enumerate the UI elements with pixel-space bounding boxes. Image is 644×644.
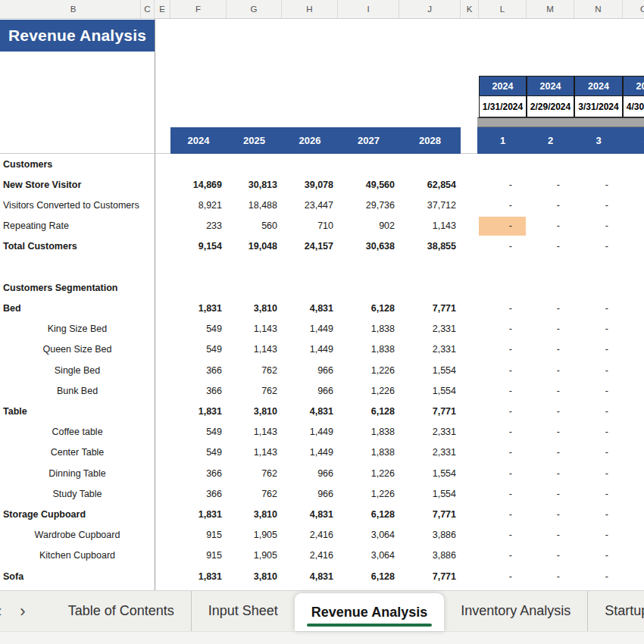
cell-value[interactable]: 4,831 bbox=[282, 401, 338, 421]
row-label[interactable]: New Store Visitor bbox=[3, 174, 81, 195]
row-label[interactable]: Storage Cupboard bbox=[3, 504, 86, 524]
cell-value[interactable]: 762 bbox=[227, 463, 282, 483]
cell-value[interactable]: 966 bbox=[282, 483, 338, 504]
monthly-cell[interactable]: - bbox=[527, 380, 574, 401]
monthly-cell[interactable]: - bbox=[574, 339, 623, 360]
monthly-cell[interactable]: - bbox=[527, 360, 574, 380]
row-label[interactable]: Queen Size Bed bbox=[0, 339, 155, 360]
cell-value[interactable]: 966 bbox=[282, 360, 338, 380]
monthly-cell[interactable]: - bbox=[527, 195, 574, 215]
month-date-cell[interactable]: 4/30/2024 bbox=[623, 95, 644, 117]
cell-value[interactable]: 38,855 bbox=[399, 236, 461, 257]
monthly-cell[interactable]: - bbox=[527, 422, 574, 442]
row-label[interactable]: Customers bbox=[3, 154, 52, 174]
cell-value[interactable]: 1,838 bbox=[338, 319, 399, 339]
column-letter-O[interactable]: O bbox=[623, 0, 644, 18]
row-label[interactable]: Visitors Converted to Customers bbox=[3, 195, 139, 215]
cell-value[interactable]: 1,905 bbox=[227, 546, 282, 566]
row-label[interactable]: Dinning Table bbox=[0, 463, 155, 483]
monthly-cell[interactable]: - bbox=[527, 236, 574, 257]
row-label[interactable]: Single Bed bbox=[0, 360, 155, 380]
cell-value[interactable]: 966 bbox=[282, 463, 338, 483]
cell-value[interactable]: 549 bbox=[170, 442, 227, 463]
year-header-2026[interactable]: 2026 bbox=[282, 127, 338, 154]
month-year-cell[interactable]: 2024 bbox=[527, 76, 574, 96]
monthly-cell[interactable]: - bbox=[574, 298, 623, 318]
tab-revenue-analysis[interactable]: Revenue Analysis bbox=[295, 593, 444, 631]
monthly-cell[interactable]: - bbox=[479, 442, 527, 463]
cell-value[interactable]: 1,143 bbox=[227, 339, 282, 360]
cell-value[interactable]: 7,771 bbox=[399, 298, 461, 318]
monthly-cell[interactable]: - bbox=[479, 483, 527, 504]
cell-value[interactable]: 2,331 bbox=[399, 422, 461, 442]
period-number-cell[interactable]: 3 bbox=[574, 127, 623, 154]
monthly-cell[interactable]: - bbox=[527, 546, 574, 566]
cell-value[interactable]: 1,449 bbox=[282, 422, 338, 442]
row-label[interactable]: Center Table bbox=[0, 442, 155, 463]
monthly-cell[interactable]: - bbox=[574, 442, 623, 463]
next-sheet-icon[interactable]: › bbox=[20, 602, 25, 621]
cell-value[interactable]: 549 bbox=[170, 339, 227, 360]
monthly-cell[interactable]: - bbox=[527, 174, 574, 195]
monthly-cell[interactable]: - bbox=[479, 236, 527, 257]
cell-value[interactable]: 3,886 bbox=[399, 546, 461, 566]
cell-value[interactable]: 762 bbox=[227, 380, 282, 401]
cell-value[interactable]: 2,331 bbox=[399, 442, 461, 463]
row-label[interactable]: Wardrobe Cupboard bbox=[0, 525, 155, 546]
cell-value[interactable]: 7,771 bbox=[399, 566, 461, 586]
column-letter-N[interactable]: N bbox=[574, 0, 623, 18]
cell-value[interactable]: 3,810 bbox=[227, 504, 282, 524]
monthly-cell[interactable]: - bbox=[479, 319, 527, 339]
column-letter-K[interactable]: K bbox=[461, 0, 479, 18]
cell-value[interactable]: 1,554 bbox=[399, 483, 461, 504]
monthly-cell[interactable]: - bbox=[574, 360, 623, 380]
monthly-cell[interactable]: - bbox=[479, 546, 527, 566]
monthly-cell[interactable]: - bbox=[574, 236, 623, 257]
cell-value[interactable]: 1,831 bbox=[170, 504, 227, 524]
period-number-cell[interactable]: 4 bbox=[623, 127, 644, 154]
monthly-cell[interactable]: - bbox=[479, 195, 527, 215]
cell-value[interactable]: 3,064 bbox=[338, 525, 399, 546]
cell-value[interactable]: 49,560 bbox=[338, 174, 399, 195]
cell-value[interactable]: 4,831 bbox=[282, 504, 338, 524]
cell-value[interactable]: 1,554 bbox=[399, 463, 461, 483]
monthly-cell[interactable]: - bbox=[574, 422, 623, 442]
monthly-cell[interactable]: - bbox=[574, 174, 623, 195]
monthly-cell[interactable]: - bbox=[574, 319, 623, 339]
year-header-2028[interactable]: 2028 bbox=[399, 127, 461, 154]
column-letter-J[interactable]: J bbox=[399, 0, 461, 18]
monthly-cell[interactable]: - bbox=[479, 566, 527, 586]
cell-value[interactable]: 3,810 bbox=[227, 401, 282, 421]
cell-value[interactable]: 549 bbox=[170, 319, 227, 339]
tab-input-sheet[interactable]: Input Sheet bbox=[191, 591, 295, 631]
cell-value[interactable]: 2,416 bbox=[282, 546, 338, 566]
row-label[interactable]: Kitchen Cupboard bbox=[0, 546, 155, 566]
monthly-cell[interactable]: - bbox=[574, 195, 623, 215]
cell-value[interactable]: 62,854 bbox=[399, 174, 461, 195]
cell-value[interactable]: 4,831 bbox=[282, 566, 338, 586]
cell-value[interactable]: 1,838 bbox=[338, 422, 399, 442]
cell-value[interactable]: 37,712 bbox=[399, 195, 461, 215]
monthly-cell[interactable]: - bbox=[527, 504, 574, 524]
monthly-cell[interactable]: - bbox=[574, 566, 623, 586]
cell-value[interactable]: 762 bbox=[227, 483, 282, 504]
cell-value[interactable]: 3,810 bbox=[227, 566, 282, 586]
monthly-cell[interactable]: - bbox=[479, 463, 527, 483]
row-label[interactable]: Study Table bbox=[0, 483, 155, 504]
year-header-2025[interactable]: 2025 bbox=[227, 127, 282, 154]
cell-value[interactable]: 8,921 bbox=[170, 195, 227, 215]
column-letter-L[interactable]: L bbox=[479, 0, 527, 18]
cell-value[interactable]: 902 bbox=[338, 216, 399, 236]
cell-value[interactable]: 1,143 bbox=[227, 422, 282, 442]
monthly-cell[interactable]: - bbox=[479, 360, 527, 380]
cell-value[interactable]: 1,554 bbox=[399, 360, 461, 380]
cell-value[interactable]: 915 bbox=[170, 525, 227, 546]
monthly-cell[interactable]: - bbox=[479, 504, 527, 524]
cell-value[interactable]: 1,905 bbox=[227, 525, 282, 546]
cell-value[interactable]: 1,838 bbox=[338, 339, 399, 360]
monthly-cell[interactable]: - bbox=[527, 442, 574, 463]
cell-value[interactable]: 1,143 bbox=[227, 319, 282, 339]
cell-value[interactable]: 7,771 bbox=[399, 401, 461, 421]
cell-value[interactable]: 1,226 bbox=[338, 483, 399, 504]
row-label[interactable]: King Size Bed bbox=[0, 319, 155, 339]
